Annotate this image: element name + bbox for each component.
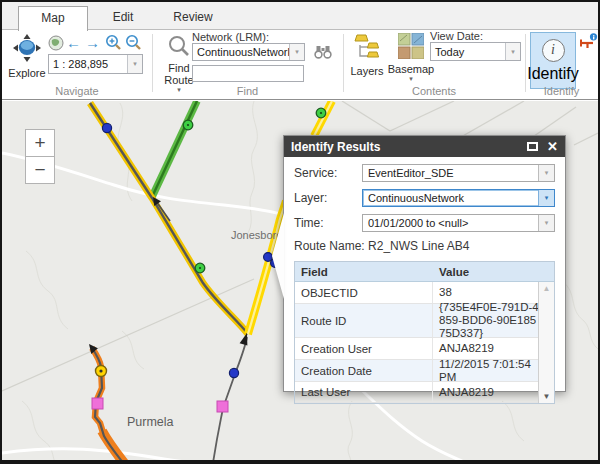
tab-review[interactable]: Review xyxy=(158,6,228,30)
identify-group-label: Identify xyxy=(525,85,598,97)
attributes-table: Field Value OBJECTID 38 Route ID {735E4F… xyxy=(294,261,555,404)
time-combobox[interactable]: 01/01/2000 to <null> ▾ xyxy=(362,214,555,232)
zoom-in-magnifier-icon[interactable] xyxy=(105,34,122,55)
value-cell: {735E4F0E-791D-4859-BDD6-90E18575D337} xyxy=(433,304,541,337)
table-row[interactable]: Last User ANJA8219 xyxy=(295,382,554,403)
dropdown-arrow-icon[interactable]: ▾ xyxy=(289,44,304,60)
basemap-icon xyxy=(398,33,424,63)
view-date-value: Today xyxy=(435,46,464,58)
table-row[interactable]: Creation Date 11/2/2015 7:01:54 PM xyxy=(295,360,554,382)
tab-edit[interactable]: Edit xyxy=(88,6,158,30)
map-zoom-control: + − xyxy=(25,129,55,184)
explore-compass-icon xyxy=(12,33,42,67)
dropdown-arrow-icon[interactable]: ▾ xyxy=(538,190,554,206)
network-value: ContinuousNetwork xyxy=(197,46,293,58)
layers-icon xyxy=(353,34,381,65)
ribbon-tab-strip: Map Edit Review xyxy=(2,2,598,30)
field-column-header: Field xyxy=(295,266,433,278)
basemap-dropdown-caret-icon: ▾ xyxy=(409,75,413,82)
contents-group-label: Contents xyxy=(343,85,525,97)
group-separator xyxy=(525,34,526,92)
map-viewport[interactable]: Jonesboro Purmela + − Identify Results ✕… xyxy=(2,101,598,462)
dropdown-arrow-icon[interactable]: ▾ xyxy=(538,165,554,181)
full-extent-globe-icon[interactable] xyxy=(48,35,64,55)
map-zoom-out-button[interactable]: − xyxy=(25,156,55,184)
maximize-icon[interactable] xyxy=(527,142,538,151)
value-column-header: Value xyxy=(433,266,554,278)
time-value: 01/01/2000 to <null> xyxy=(368,217,468,229)
layer-value: ContinuousNetwork xyxy=(368,192,464,204)
explore-button[interactable]: Explore xyxy=(7,33,47,79)
explore-label: Explore xyxy=(8,67,45,79)
find-route-label-1: Find xyxy=(168,62,189,74)
identify-info-icon: i xyxy=(542,39,565,62)
map-scale-combobox[interactable]: 1 : 288,895 ▾ xyxy=(48,54,143,74)
route-name-value: R2_NWS Line AB4 xyxy=(368,239,469,253)
map-zoom-in-button[interactable]: + xyxy=(25,129,55,157)
map-scale-value: 1 : 288,895 xyxy=(53,58,108,70)
ribbon: Explore ← → 1 : 288,895 xyxy=(2,30,598,100)
scroll-down-icon[interactable]: ▼ xyxy=(539,392,554,401)
group-separator xyxy=(343,34,344,92)
value-cell: 38 xyxy=(433,282,541,303)
field-cell: Creation User xyxy=(295,338,433,359)
service-value: EventEditor_SDE xyxy=(368,167,454,179)
zoom-out-magnifier-icon[interactable] xyxy=(125,34,142,55)
view-date-combobox[interactable]: Today ▾ xyxy=(430,42,521,61)
route-name-line: Route Name: R2_NWS Line AB4 xyxy=(294,239,555,253)
previous-extent-arrow-icon[interactable]: ← xyxy=(66,34,81,52)
table-header-row: Field Value xyxy=(295,262,554,282)
table-row[interactable]: Route ID {735E4F0E-791D-4859-BDD6-90E185… xyxy=(295,304,554,338)
close-icon[interactable]: ✕ xyxy=(547,140,558,153)
identify-results-popup: Identify Results ✕ Service: EventEditor_… xyxy=(283,135,566,392)
service-combobox[interactable]: EventEditor_SDE ▾ xyxy=(362,164,555,182)
popup-title: Identify Results xyxy=(291,140,380,154)
layers-label: Layers xyxy=(350,65,383,77)
identify-button[interactable]: i Identify xyxy=(530,32,576,89)
place-label-purmela: Purmela xyxy=(127,415,174,429)
route-green[interactable] xyxy=(152,101,197,197)
field-cell: Route ID xyxy=(295,304,433,337)
layer-combobox[interactable]: ContinuousNetwork ▾ xyxy=(362,189,555,207)
service-label: Service: xyxy=(294,166,362,180)
find-route-magnifier-icon xyxy=(167,34,191,62)
field-cell: Creation Date xyxy=(295,360,433,381)
value-cell: 11/2/2015 7:01:54 PM xyxy=(433,360,541,381)
route-search-input[interactable] xyxy=(192,65,304,82)
yellow-circle-marker[interactable] xyxy=(96,366,107,377)
value-cell: ANJA8219 xyxy=(433,382,541,402)
route-name-label: Route Name: xyxy=(294,239,365,253)
network-lrm-label: Network (LRM): xyxy=(192,31,269,43)
basemap-label: Basemap xyxy=(388,63,434,75)
find-binoculars-icon[interactable] xyxy=(314,44,332,64)
scroll-up-icon[interactable]: ▲ xyxy=(539,284,554,293)
navigate-group-label: Navigate xyxy=(2,85,152,97)
next-extent-arrow-icon[interactable]: → xyxy=(85,34,100,52)
tab-map[interactable]: Map xyxy=(18,6,88,31)
popup-title-bar[interactable]: Identify Results ✕ xyxy=(284,136,565,157)
pink-square-markers[interactable] xyxy=(92,398,228,412)
view-date-label: View Date: xyxy=(430,30,483,42)
value-cell: ANJA8219 xyxy=(433,338,541,359)
identify-route-location-icon[interactable] xyxy=(579,33,598,55)
dropdown-arrow-icon[interactable]: ▾ xyxy=(505,43,520,60)
popup-callout-pointer xyxy=(272,213,284,299)
network-combobox[interactable]: ContinuousNetwork ▾ xyxy=(192,43,305,61)
find-group-label: Find xyxy=(152,85,343,97)
event-editor-window: Map Edit Review Explore xyxy=(0,0,600,464)
time-label: Time: xyxy=(294,216,362,230)
group-separator xyxy=(152,34,153,92)
route-gray-south[interactable] xyxy=(213,333,247,462)
field-cell: Last User xyxy=(295,382,433,402)
dropdown-arrow-icon[interactable]: ▾ xyxy=(127,55,142,73)
layer-label: Layer: xyxy=(294,191,362,205)
table-scrollbar[interactable]: ▲ ▼ xyxy=(538,282,554,403)
popup-body: Service: EventEditor_SDE ▾ Layer: Contin… xyxy=(284,157,565,404)
layers-button[interactable]: Layers xyxy=(348,34,386,77)
dropdown-arrow-icon[interactable]: ▾ xyxy=(538,215,554,231)
basemap-button[interactable]: Basemap ▾ xyxy=(388,33,434,82)
field-cell: OBJECTID xyxy=(295,282,433,303)
identify-label: Identify xyxy=(527,65,579,83)
